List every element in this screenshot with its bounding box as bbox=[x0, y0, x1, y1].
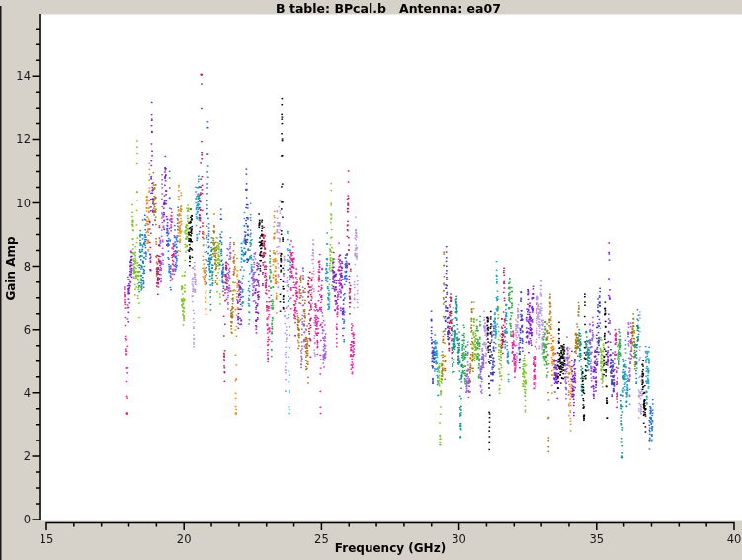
y-tick-label: 4 bbox=[0, 386, 31, 400]
x-tick-label: 35 bbox=[577, 532, 617, 546]
y-tick-label: 14 bbox=[0, 69, 31, 83]
y-tick-label: 2 bbox=[0, 449, 31, 463]
x-tick-label: 30 bbox=[440, 532, 479, 546]
y-tick-label: 0 bbox=[0, 513, 31, 526]
x-tick-label: 40 bbox=[714, 532, 742, 546]
x-axis-label: Frequency (GHz) bbox=[40, 541, 741, 555]
y-tick-label: 12 bbox=[0, 132, 31, 146]
y-tick-label: 6 bbox=[0, 323, 31, 337]
x-tick-label: 25 bbox=[301, 532, 341, 546]
plot-canvas[interactable] bbox=[0, 0, 742, 560]
x-tick-label: 15 bbox=[27, 532, 66, 546]
plot-title: B table: BPcal.b Antenna: ea07 bbox=[40, 1, 737, 16]
x-tick-label: 20 bbox=[164, 532, 204, 546]
y-tick-label: 8 bbox=[0, 260, 31, 274]
y-tick-label: 10 bbox=[0, 197, 31, 210]
plot-window: B table: BPcal.b Antenna: ea07 Gain Amp … bbox=[0, 0, 742, 560]
